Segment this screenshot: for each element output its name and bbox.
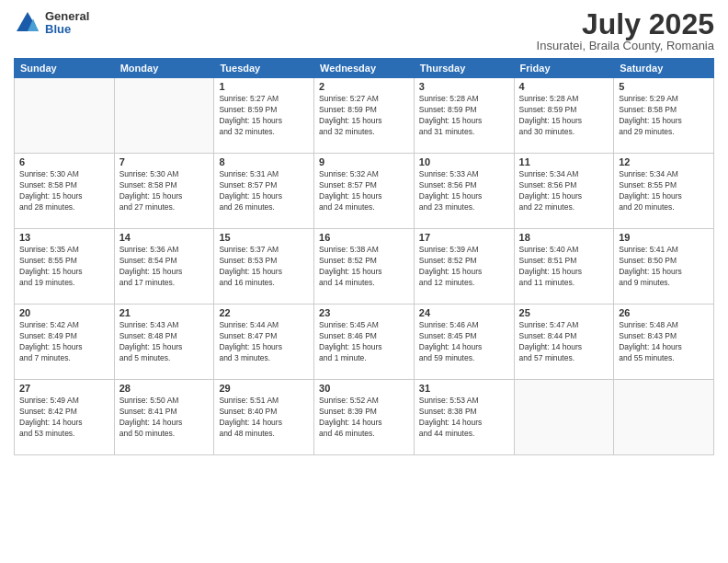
calendar-cell: 10Sunrise: 5:33 AM Sunset: 8:56 PM Dayli…: [414, 154, 514, 229]
day-number: 3: [419, 81, 509, 92]
calendar-table: SundayMondayTuesdayWednesdayThursdayFrid…: [14, 58, 714, 455]
calendar-cell: 4Sunrise: 5:28 AM Sunset: 8:59 PM Daylig…: [514, 78, 614, 154]
calendar-cell: 26Sunrise: 5:48 AM Sunset: 8:43 PM Dayli…: [614, 304, 714, 380]
day-number: 1: [219, 81, 309, 92]
day-detail: Sunrise: 5:35 AM Sunset: 8:55 PM Dayligh…: [19, 245, 109, 289]
day-detail: Sunrise: 5:49 AM Sunset: 8:42 PM Dayligh…: [19, 396, 109, 440]
week-row: 6Sunrise: 5:30 AM Sunset: 8:58 PM Daylig…: [15, 154, 714, 229]
day-detail: Sunrise: 5:44 AM Sunset: 8:47 PM Dayligh…: [219, 320, 309, 364]
day-detail: Sunrise: 5:28 AM Sunset: 8:59 PM Dayligh…: [419, 94, 509, 138]
weekday-header: Saturday: [614, 59, 714, 78]
calendar-cell: 19Sunrise: 5:41 AM Sunset: 8:50 PM Dayli…: [614, 229, 714, 304]
day-number: 22: [219, 307, 309, 318]
day-number: 16: [319, 232, 409, 243]
day-detail: Sunrise: 5:52 AM Sunset: 8:39 PM Dayligh…: [319, 396, 409, 440]
day-detail: Sunrise: 5:37 AM Sunset: 8:53 PM Dayligh…: [219, 245, 309, 289]
day-number: 15: [219, 232, 309, 243]
week-row: 13Sunrise: 5:35 AM Sunset: 8:55 PM Dayli…: [15, 229, 714, 304]
day-detail: Sunrise: 5:27 AM Sunset: 8:59 PM Dayligh…: [319, 94, 409, 138]
day-number: 13: [19, 232, 109, 243]
calendar-cell: 27Sunrise: 5:49 AM Sunset: 8:42 PM Dayli…: [15, 380, 115, 455]
logo-general: General: [45, 10, 89, 23]
calendar-cell: 22Sunrise: 5:44 AM Sunset: 8:47 PM Dayli…: [214, 304, 314, 380]
day-detail: Sunrise: 5:53 AM Sunset: 8:38 PM Dayligh…: [419, 396, 509, 440]
weekday-header: Tuesday: [214, 59, 314, 78]
day-detail: Sunrise: 5:34 AM Sunset: 8:55 PM Dayligh…: [619, 169, 709, 213]
day-number: 20: [19, 307, 109, 318]
week-row: 1Sunrise: 5:27 AM Sunset: 8:59 PM Daylig…: [15, 78, 714, 154]
calendar-cell: 23Sunrise: 5:45 AM Sunset: 8:46 PM Dayli…: [314, 304, 415, 380]
day-number: 27: [19, 383, 109, 394]
day-number: 26: [619, 307, 709, 318]
day-detail: Sunrise: 5:42 AM Sunset: 8:49 PM Dayligh…: [19, 320, 109, 364]
calendar-cell: 30Sunrise: 5:52 AM Sunset: 8:39 PM Dayli…: [314, 380, 415, 455]
day-number: 11: [519, 156, 609, 167]
day-number: 25: [519, 307, 609, 318]
day-detail: Sunrise: 5:30 AM Sunset: 8:58 PM Dayligh…: [19, 169, 109, 213]
logo-text: General Blue: [45, 10, 89, 37]
day-number: 12: [619, 156, 709, 167]
day-detail: Sunrise: 5:36 AM Sunset: 8:54 PM Dayligh…: [119, 245, 210, 289]
calendar-cell: 20Sunrise: 5:42 AM Sunset: 8:49 PM Dayli…: [15, 304, 115, 380]
day-detail: Sunrise: 5:31 AM Sunset: 8:57 PM Dayligh…: [219, 169, 309, 213]
calendar-cell: 5Sunrise: 5:29 AM Sunset: 8:58 PM Daylig…: [614, 78, 714, 154]
day-number: 5: [619, 81, 709, 92]
day-number: 23: [319, 307, 409, 318]
calendar-cell: 11Sunrise: 5:34 AM Sunset: 8:56 PM Dayli…: [514, 154, 614, 229]
day-number: 2: [319, 81, 409, 92]
day-detail: Sunrise: 5:46 AM Sunset: 8:45 PM Dayligh…: [419, 320, 509, 364]
day-number: 17: [419, 232, 509, 243]
day-number: 30: [319, 383, 409, 394]
weekday-header: Friday: [514, 59, 614, 78]
day-number: 28: [119, 383, 210, 394]
day-detail: Sunrise: 5:32 AM Sunset: 8:57 PM Dayligh…: [319, 169, 409, 213]
calendar-cell: 1Sunrise: 5:27 AM Sunset: 8:59 PM Daylig…: [214, 78, 314, 154]
week-row: 20Sunrise: 5:42 AM Sunset: 8:49 PM Dayli…: [15, 304, 714, 380]
calendar-cell: 2Sunrise: 5:27 AM Sunset: 8:59 PM Daylig…: [314, 78, 415, 154]
weekday-header: Monday: [114, 59, 214, 78]
day-detail: Sunrise: 5:45 AM Sunset: 8:46 PM Dayligh…: [319, 320, 409, 364]
day-detail: Sunrise: 5:41 AM Sunset: 8:50 PM Dayligh…: [619, 245, 709, 289]
day-number: 10: [419, 156, 509, 167]
weekday-header: Wednesday: [314, 59, 415, 78]
day-detail: Sunrise: 5:38 AM Sunset: 8:52 PM Dayligh…: [319, 245, 409, 289]
day-number: 31: [419, 383, 509, 394]
day-number: 7: [119, 156, 210, 167]
title-block: July 2025 Insuratei, Braila County, Roma…: [537, 9, 714, 52]
day-number: 29: [219, 383, 309, 394]
calendar-cell: 6Sunrise: 5:30 AM Sunset: 8:58 PM Daylig…: [15, 154, 115, 229]
page: General Blue July 2025 Insuratei, Braila…: [0, 0, 728, 563]
calendar-cell: 15Sunrise: 5:37 AM Sunset: 8:53 PM Dayli…: [214, 229, 314, 304]
calendar-cell: 21Sunrise: 5:43 AM Sunset: 8:48 PM Dayli…: [114, 304, 214, 380]
day-number: 14: [119, 232, 210, 243]
day-number: 9: [319, 156, 409, 167]
calendar-cell: 14Sunrise: 5:36 AM Sunset: 8:54 PM Dayli…: [114, 229, 214, 304]
day-detail: Sunrise: 5:34 AM Sunset: 8:56 PM Dayligh…: [519, 169, 609, 213]
calendar-cell: 24Sunrise: 5:46 AM Sunset: 8:45 PM Dayli…: [414, 304, 514, 380]
day-detail: Sunrise: 5:39 AM Sunset: 8:52 PM Dayligh…: [419, 245, 509, 289]
day-detail: Sunrise: 5:29 AM Sunset: 8:58 PM Dayligh…: [619, 94, 709, 138]
day-detail: Sunrise: 5:43 AM Sunset: 8:48 PM Dayligh…: [119, 320, 210, 364]
calendar-cell: 16Sunrise: 5:38 AM Sunset: 8:52 PM Dayli…: [314, 229, 415, 304]
calendar-cell: 8Sunrise: 5:31 AM Sunset: 8:57 PM Daylig…: [214, 154, 314, 229]
day-number: 18: [519, 232, 609, 243]
title-location: Insuratei, Braila County, Romania: [537, 39, 714, 52]
day-detail: Sunrise: 5:51 AM Sunset: 8:40 PM Dayligh…: [219, 396, 309, 440]
day-number: 4: [519, 81, 609, 92]
day-detail: Sunrise: 5:48 AM Sunset: 8:43 PM Dayligh…: [619, 320, 709, 364]
day-number: 24: [419, 307, 509, 318]
logo: General Blue: [14, 9, 89, 37]
weekday-header: Sunday: [15, 59, 115, 78]
calendar-cell: [15, 78, 115, 154]
logo-icon: [14, 9, 41, 37]
calendar-cell: 17Sunrise: 5:39 AM Sunset: 8:52 PM Dayli…: [414, 229, 514, 304]
calendar-header-row: SundayMondayTuesdayWednesdayThursdayFrid…: [15, 59, 714, 78]
calendar-cell: 13Sunrise: 5:35 AM Sunset: 8:55 PM Dayli…: [15, 229, 115, 304]
calendar-cell: 9Sunrise: 5:32 AM Sunset: 8:57 PM Daylig…: [314, 154, 415, 229]
calendar-cell: 28Sunrise: 5:50 AM Sunset: 8:41 PM Dayli…: [114, 380, 214, 455]
calendar-cell: 31Sunrise: 5:53 AM Sunset: 8:38 PM Dayli…: [414, 380, 514, 455]
day-detail: Sunrise: 5:30 AM Sunset: 8:58 PM Dayligh…: [119, 169, 210, 213]
day-detail: Sunrise: 5:50 AM Sunset: 8:41 PM Dayligh…: [119, 396, 210, 440]
day-detail: Sunrise: 5:28 AM Sunset: 8:59 PM Dayligh…: [519, 94, 609, 138]
day-detail: Sunrise: 5:33 AM Sunset: 8:56 PM Dayligh…: [419, 169, 509, 213]
